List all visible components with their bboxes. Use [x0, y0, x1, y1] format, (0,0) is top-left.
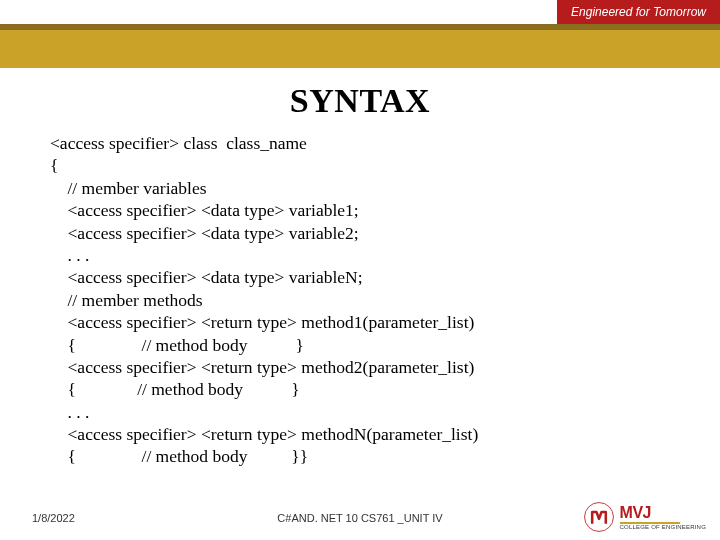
logo-mark-icon: [582, 500, 616, 534]
logo-main-text: MVJ: [620, 505, 706, 521]
tagline: Engineered for Tomorrow: [557, 0, 720, 24]
logo-sub-text: COLLEGE OF ENGINEERING: [620, 524, 706, 530]
footer-date: 1/8/2022: [32, 512, 75, 524]
logo-text: MVJ COLLEGE OF ENGINEERING: [620, 505, 706, 530]
page-title: SYNTAX: [0, 82, 720, 120]
college-logo: MVJ COLLEGE OF ENGINEERING: [582, 500, 706, 534]
top-banner: Engineered for Tomorrow: [0, 0, 720, 24]
footer-label: C#AND. NET 10 CS761 _UNIT IV: [277, 512, 442, 524]
syntax-code: <access specifier> class class_name { //…: [50, 132, 670, 468]
gold-bar: [0, 24, 720, 68]
